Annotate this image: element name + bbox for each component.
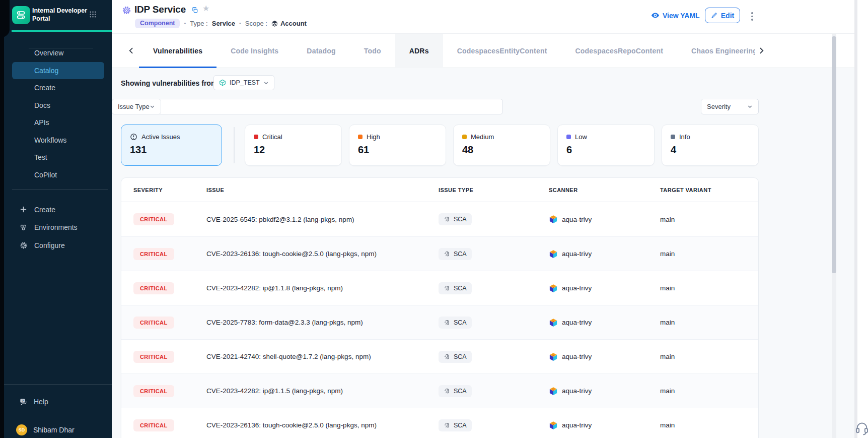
severity-badge: CRITICAL: [133, 317, 174, 329]
chevron-down-icon: [150, 104, 155, 109]
table-row[interactable]: CRITICAL CVE-2025-7783: form-data@2.3.3 …: [121, 305, 758, 339]
sidebar-action-environments[interactable]: Environments: [4, 219, 112, 237]
view-yaml-label: View YAML: [663, 12, 700, 20]
sidebar-item-catalog[interactable]: Catalog: [12, 62, 104, 80]
sidebar-item-workflows[interactable]: Workflows: [12, 132, 104, 149]
active-issues-card[interactable]: Active Issues 131: [121, 124, 222, 166]
main-area: IDP Service ★ Component • Type : Service…: [112, 0, 868, 438]
scanner-name: aqua-trivy: [562, 353, 592, 360]
filter-issue-type[interactable]: Issue Type: [112, 99, 161, 114]
edit-label: Edit: [721, 12, 734, 20]
column-header-issue: ISSUE: [194, 187, 426, 193]
kind-badge[interactable]: Component: [135, 19, 180, 28]
sidebar-item-copilot[interactable]: CoPilot: [12, 166, 104, 184]
chevron-down-icon: [263, 80, 269, 86]
sidebar-action-configure[interactable]: Configure: [4, 236, 112, 255]
support-headset-icon[interactable]: [854, 421, 868, 435]
table-row[interactable]: CRITICAL CVE-2023-26136: tough-cookie@2.…: [121, 408, 758, 438]
tab-codespacesentitycontent[interactable]: CodespacesEntityContent: [443, 34, 561, 68]
issue-text: CVE-2023-42282: ip@1.1.8 (lang-pkgs, npm…: [194, 284, 426, 292]
table-row[interactable]: CRITICAL CVE-2023-42282: ip@1.1.8 (lang-…: [121, 271, 758, 305]
issue-type-label: SCA: [454, 319, 467, 326]
tabs-scroll-left-icon[interactable]: [128, 47, 134, 54]
sidebar-item-test[interactable]: Test: [12, 149, 104, 166]
tab-label: Chaos Engineering: [691, 47, 755, 55]
table-row[interactable]: CRITICAL CVE-2023-26136: tough-cookie@2.…: [121, 236, 758, 271]
entity-header: IDP Service ★ Component • Type : Service…: [112, 0, 868, 33]
severity-dot-icon: [671, 135, 675, 139]
sidebar-item-docs[interactable]: Docs: [12, 97, 104, 114]
trivy-scanner-icon: [549, 318, 558, 327]
sidebar-action-create[interactable]: Create: [4, 201, 112, 219]
sidebar-action-label: Create: [34, 206, 55, 214]
issue-type-label: SCA: [454, 216, 467, 223]
stat-card-low[interactable]: Low 6: [557, 124, 655, 166]
tab-todo[interactable]: Todo: [350, 34, 395, 68]
sidebar-item-overview[interactable]: Overview: [12, 44, 104, 62]
apps-grid-icon[interactable]: [89, 11, 97, 18]
tabs-scroll-right-icon[interactable]: [758, 47, 765, 54]
table-row[interactable]: CRITICAL CVE-2021-42740: shell-quote@1.7…: [121, 339, 758, 373]
copy-icon[interactable]: [191, 7, 198, 14]
table-row[interactable]: CRITICAL CVE-2025-6545: pbkdf2@3.1.2 (la…: [121, 202, 758, 236]
favorite-star-icon[interactable]: ★: [202, 4, 209, 13]
table-body: CRITICAL CVE-2025-6545: pbkdf2@3.1.2 (la…: [121, 202, 758, 438]
table-header: SEVERITY ISSUE ISSUE TYPE SCANNER TARGET…: [121, 178, 758, 202]
issue-type-label: SCA: [454, 285, 467, 292]
stat-card-high[interactable]: High 61: [349, 124, 446, 166]
issue-type-label: SCA: [454, 353, 467, 360]
more-options-icon[interactable]: [749, 10, 755, 23]
window-corner: [0, 0, 10, 37]
help-button[interactable]: ? Help: [4, 393, 112, 410]
severity-badge: CRITICAL: [133, 419, 174, 431]
trivy-scanner-icon: [549, 421, 558, 430]
sidebar-item-create[interactable]: Create: [12, 79, 104, 97]
trivy-scanner-icon: [549, 352, 558, 361]
issue-text: CVE-2023-42282: ip@1.1.5 (lang-pkgs, npm…: [194, 387, 426, 395]
filter-severity[interactable]: Severity: [701, 99, 759, 114]
search-input[interactable]: [138, 103, 497, 110]
user-menu[interactable]: SD Shibam Dhar: [4, 421, 112, 438]
column-header-scanner: SCANNER: [537, 187, 648, 193]
scanner-name: aqua-trivy: [562, 216, 592, 223]
tab-chaos-engineering[interactable]: Chaos Engineering: [677, 34, 755, 68]
tab-adrs[interactable]: ADRs: [395, 34, 443, 68]
severity-stat-label: Low: [575, 133, 587, 141]
tab-codespacesrepocontent[interactable]: CodespacesRepoContent: [561, 34, 678, 68]
column-header-issue-type: ISSUE TYPE: [426, 187, 537, 193]
help-label: Help: [34, 398, 48, 406]
active-issues-count: 131: [130, 144, 147, 156]
sidebar-item-apis[interactable]: APIs: [12, 114, 104, 132]
help-chat-icon: ?: [19, 398, 27, 406]
edit-button[interactable]: Edit: [705, 8, 740, 23]
trivy-scanner-icon: [549, 249, 558, 259]
stat-card-info[interactable]: Info 4: [662, 124, 759, 166]
scrollbar-thumb[interactable]: [832, 36, 836, 273]
portal-title: Internal Developer Portal: [32, 7, 89, 23]
showing-label: Showing vulnerabilities from: [121, 79, 217, 87]
tab-bar: Vulnerabilities Code Insights Datadog To…: [112, 33, 868, 68]
stat-card-medium[interactable]: Medium 48: [453, 124, 550, 166]
severity-badge: CRITICAL: [133, 351, 174, 363]
view-yaml-button[interactable]: View YAML: [651, 11, 700, 20]
sidebar-action-label: Configure: [34, 241, 65, 249]
scanner-name: aqua-trivy: [562, 250, 592, 258]
sidebar-item-label: Catalog: [34, 67, 58, 75]
tab-datadog[interactable]: Datadog: [293, 34, 349, 68]
gear-icon: [19, 241, 28, 249]
table-row[interactable]: CRITICAL CVE-2023-42282: ip@1.1.5 (lang-…: [121, 373, 758, 408]
eye-icon: [651, 11, 660, 20]
browser-scroll-gutter: [854, 0, 868, 438]
sidebar-action-label: Environments: [34, 223, 78, 231]
tab-label: ADRs: [409, 47, 429, 55]
sidebar-item-label: Overview: [34, 49, 63, 57]
tab-vulnerabilities[interactable]: Vulnerabilities: [139, 34, 216, 68]
tab-label: Vulnerabilities: [153, 47, 202, 55]
tab-code-insights[interactable]: Code Insights: [216, 34, 293, 68]
stat-card-critical[interactable]: Critical 12: [245, 124, 342, 166]
dot-separator: •: [239, 20, 241, 26]
sidebar-item-label: Workflows: [34, 136, 66, 144]
window-edge: [0, 0, 4, 438]
entity-meta: Component • Type : Service • Scope : Acc…: [135, 18, 307, 28]
project-selector[interactable]: IDP_TEST: [213, 75, 274, 90]
